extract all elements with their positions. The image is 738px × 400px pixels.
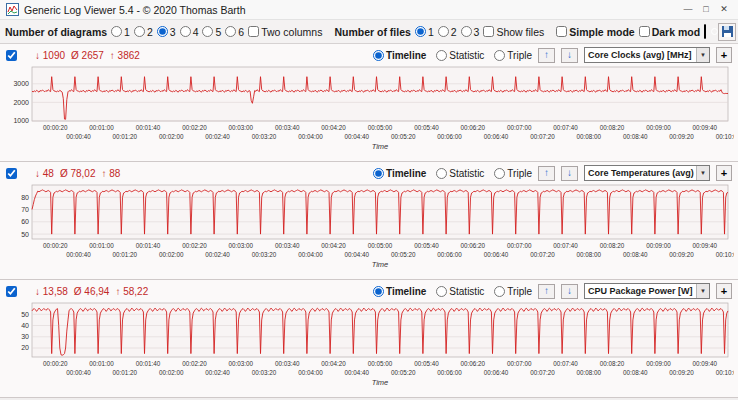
maximize-button[interactable]: □ (698, 3, 714, 17)
timeline-chart-core-clocks[interactable]: 10002000300000:00:2000:00:4000:01:0000:0… (4, 64, 734, 161)
diagram-count-option-1[interactable]: 1 (111, 26, 130, 38)
view-option-triple[interactable]: Triple (494, 286, 532, 297)
metric-down-button[interactable]: ↓ (561, 166, 578, 181)
metric-dropdown[interactable]: CPU Package Power [W] ▼ (584, 283, 710, 299)
diagram-count-radio-3[interactable] (157, 26, 168, 37)
svg-text:00:02:40: 00:02:40 (205, 251, 230, 258)
file-count-option-1[interactable]: 1 (415, 26, 434, 38)
timeline-radio[interactable] (373, 50, 384, 61)
svg-text:00:09:00: 00:09:00 (646, 124, 671, 131)
timeline-chart-cpu-package-power[interactable]: 2030405000:00:2000:00:4000:01:0000:01:20… (4, 300, 734, 397)
svg-text:00:01:20: 00:01:20 (113, 251, 138, 258)
panel-header: ↓ 13,58 Ø 46,94 ↑ 58,22 Timeline Statist… (0, 280, 738, 300)
svg-text:1000: 1000 (13, 117, 29, 124)
file-count-radio-3[interactable] (461, 26, 472, 37)
chevron-down-icon: ▼ (696, 166, 709, 180)
svg-text:00:06:40: 00:06:40 (484, 133, 509, 140)
metric-up-button[interactable]: ↑ (538, 284, 555, 299)
timeline-radio[interactable] (373, 168, 384, 179)
diagram-count-option-3[interactable]: 3 (157, 26, 176, 38)
svg-text:00:01:40: 00:01:40 (136, 242, 161, 249)
add-metric-button[interactable]: + (716, 283, 732, 299)
diagram-count-option-6[interactable]: 6 (225, 26, 244, 38)
panel-enabled-checkbox[interactable] (6, 50, 17, 61)
save-button[interactable] (718, 23, 736, 41)
svg-text:00:00:20: 00:00:20 (43, 360, 68, 367)
two-columns-checkbox[interactable] (248, 26, 259, 37)
triple-radio[interactable] (494, 50, 505, 61)
panel-enabled-checkbox[interactable] (6, 286, 17, 297)
view-option-timeline[interactable]: Timeline (373, 286, 426, 297)
svg-text:00:04:40: 00:04:40 (345, 369, 370, 376)
dark-mode-option[interactable]: Dark mod (639, 26, 700, 38)
statistic-radio[interactable] (436, 286, 447, 297)
metric-up-button[interactable]: ↑ (538, 48, 555, 63)
window-controls: — □ ✕ (680, 3, 732, 17)
file-count-option-2[interactable]: 2 (438, 26, 457, 38)
dark-mode-checkbox[interactable] (639, 26, 650, 37)
show-files-checkbox[interactable] (483, 26, 494, 37)
svg-text:00:02:00: 00:02:00 (159, 369, 184, 376)
timeline-radio[interactable] (373, 286, 384, 297)
svg-text:3000: 3000 (13, 80, 29, 87)
two-columns-option[interactable]: Two columns (248, 26, 322, 38)
svg-text:00:04:00: 00:04:00 (298, 369, 323, 376)
diagram-count-radio-4[interactable] (180, 26, 191, 37)
add-metric-button[interactable]: + (716, 47, 732, 63)
metric-down-button[interactable]: ↓ (561, 48, 578, 63)
svg-text:00:02:20: 00:02:20 (182, 360, 207, 367)
show-files-option[interactable]: Show files (483, 26, 544, 38)
svg-text:00:03:20: 00:03:20 (252, 133, 277, 140)
svg-text:00:01:00: 00:01:00 (89, 242, 114, 249)
metric-up-button[interactable]: ↑ (538, 166, 555, 181)
svg-text:00:07:00: 00:07:00 (507, 360, 532, 367)
timeline-chart-core-temperatures[interactable]: 5060708000:00:2000:00:4000:01:0000:01:20… (4, 182, 734, 279)
svg-text:Time: Time (372, 260, 389, 269)
svg-text:00:09:20: 00:09:20 (669, 251, 694, 258)
svg-text:00:09:40: 00:09:40 (693, 124, 718, 131)
simple-mode-checkbox[interactable] (556, 26, 567, 37)
diagram-count-radio-2[interactable] (134, 26, 145, 37)
svg-text:00:08:40: 00:08:40 (623, 251, 648, 258)
svg-text:00:07:00: 00:07:00 (507, 124, 532, 131)
view-option-timeline[interactable]: Timeline (373, 50, 426, 61)
diagram-count-option-4[interactable]: 4 (180, 26, 199, 38)
diagram-count-radio-6[interactable] (225, 26, 236, 37)
metric-dropdown[interactable]: Core Temperatures (avg) [°C] ▼ (584, 165, 710, 181)
view-option-timeline[interactable]: Timeline (373, 168, 426, 179)
view-option-statistic[interactable]: Statistic (436, 286, 484, 297)
metric-dropdown[interactable]: Core Clocks (avg) [MHz] ▼ (584, 47, 710, 63)
diagram-count-radio-5[interactable] (202, 26, 213, 37)
metric-down-button[interactable]: ↓ (561, 284, 578, 299)
statistic-radio[interactable] (436, 168, 447, 179)
svg-text:00:03:20: 00:03:20 (252, 369, 277, 376)
panel-header: ↓ 1090 Ø 2657 ↑ 3862 Timeline Statistic … (0, 44, 738, 64)
svg-text:00:02:40: 00:02:40 (205, 133, 230, 140)
add-metric-button[interactable]: + (716, 165, 732, 181)
file-count-radio-2[interactable] (438, 26, 449, 37)
file-count-radio-1[interactable] (415, 26, 426, 37)
view-option-statistic[interactable]: Statistic (436, 168, 484, 179)
triple-radio[interactable] (494, 286, 505, 297)
svg-text:00:03:40: 00:03:40 (275, 360, 300, 367)
screenshot-button[interactable] (704, 24, 706, 39)
simple-mode-option[interactable]: Simple mode (556, 26, 634, 38)
view-option-triple[interactable]: Triple (494, 50, 532, 61)
diagram-count-option-2[interactable]: 2 (134, 26, 153, 38)
close-button[interactable]: ✕ (716, 3, 732, 17)
diagram-count-radio-1[interactable] (111, 26, 122, 37)
statistic-radio[interactable] (436, 50, 447, 61)
svg-text:00:06:00: 00:06:00 (437, 133, 462, 140)
view-option-triple[interactable]: Triple (494, 168, 532, 179)
file-count-option-3[interactable]: 3 (461, 26, 480, 38)
chart-panel-core-clocks: ↓ 1090 Ø 2657 ↑ 3862 Timeline Statistic … (0, 44, 738, 162)
minimize-button[interactable]: — (680, 3, 696, 17)
svg-text:00:06:20: 00:06:20 (461, 242, 486, 249)
triple-radio[interactable] (494, 168, 505, 179)
view-option-statistic[interactable]: Statistic (436, 50, 484, 61)
window-title: Generic Log Viewer 5.4 - © 2020 Thomas B… (24, 4, 675, 16)
chevron-down-icon: ▼ (696, 284, 709, 298)
diagram-count-option-5[interactable]: 5 (202, 26, 221, 38)
svg-text:00:07:40: 00:07:40 (553, 124, 578, 131)
panel-enabled-checkbox[interactable] (6, 168, 17, 179)
